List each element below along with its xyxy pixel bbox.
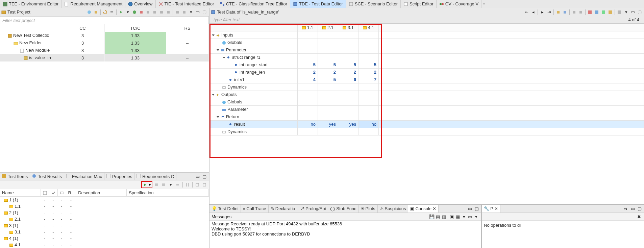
tree-row[interactable]: Dynamics [210, 128, 644, 135]
td-max-icon[interactable]: ▢ [637, 9, 643, 15]
tab-requirement[interactable]: Requirement Management [61, 0, 125, 8]
tab-sce[interactable]: SCE - Scenario Editor [346, 0, 401, 8]
tab-overflow[interactable]: » [481, 0, 487, 8]
td-d-icon[interactable] [578, 9, 584, 15]
tab-req-cov[interactable]: Requirements C [134, 173, 176, 180]
tab-script[interactable]: Script Editor [401, 0, 437, 8]
ib6-icon[interactable] [194, 182, 200, 188]
tree-row[interactable]: is_value_in_ 31.33– [0, 54, 209, 61]
tab-eval-mac[interactable]: Evaluation Mac [64, 173, 104, 180]
run-button-highlighted[interactable]: ▾ [141, 181, 152, 188]
tab-test-def[interactable]: 💡Test Defini [209, 205, 241, 213]
test-item-row[interactable]: 1.1---- [0, 203, 209, 209]
tab-p[interactable]: 🔧P ✕ [482, 205, 500, 213]
tab-console[interactable]: ▣Console ✕ [408, 205, 439, 213]
test-project-filter[interactable] [0, 16, 209, 24]
ops-max-icon[interactable]: ▢ [637, 206, 643, 212]
tab-test-items[interactable]: Test Items [0, 173, 30, 180]
td-h-icon[interactable] [607, 9, 613, 15]
test-item-row[interactable]: 1 (1)---- [0, 197, 209, 203]
ops-x-icon[interactable]: ✖ [636, 214, 642, 220]
tab-tee[interactable]: TEE - Environment Editor [0, 0, 61, 8]
td-f-icon[interactable] [594, 9, 600, 15]
step-icon[interactable] [138, 9, 144, 15]
debug-icon[interactable] [131, 9, 138, 15]
td-g-icon[interactable] [600, 9, 606, 15]
max-icon[interactable]: ▢ [201, 9, 207, 15]
menu-icon[interactable]: ▾ [188, 9, 194, 15]
td-menu-icon[interactable]: ▾ [623, 9, 629, 15]
test-item-row[interactable]: 2.1---- [0, 216, 209, 222]
gen3-icon[interactable] [158, 9, 165, 15]
tree-row[interactable]: Return [210, 113, 644, 121]
tab-plots[interactable]: ✳Plots [359, 205, 378, 213]
nav-last-icon[interactable]: ⇥ [546, 9, 552, 15]
tree-row[interactable]: int range_len2222 [210, 69, 644, 76]
gen4-icon[interactable] [165, 9, 171, 15]
tree-row[interactable]: Outputs [210, 91, 644, 98]
ib1-icon[interactable] [153, 182, 159, 188]
refresh-icon[interactable] [102, 9, 108, 15]
ib2-icon[interactable] [160, 182, 167, 188]
nav-next-icon[interactable]: ▸ [539, 9, 545, 15]
ib5-icon[interactable] [184, 182, 191, 188]
tree-row[interactable]: New Module 31.33– [0, 47, 209, 54]
tree-row[interactable]: int range_start5555 [210, 61, 644, 69]
ch3-icon[interactable]: ▣ [449, 214, 455, 220]
sync-icon[interactable] [109, 9, 115, 15]
tree-row-selected[interactable]: resultnoyesyesno [210, 121, 644, 128]
tab-call-trace[interactable]: ≡Call Trace [241, 205, 269, 213]
ch1-icon[interactable]: ▤ [435, 214, 441, 220]
con-max-icon[interactable]: ▢ [474, 206, 480, 212]
tab-prolog-epi[interactable]: ⎇Prolog/Epi [297, 205, 328, 213]
run-dropdown-icon[interactable]: ▾ [125, 9, 131, 15]
tree-row[interactable]: Inputs [210, 31, 644, 39]
con-min-icon[interactable]: ▭ [467, 206, 473, 212]
gen6-icon[interactable] [181, 9, 187, 15]
gen1-icon[interactable] [145, 9, 151, 15]
tab-cte[interactable]: CTE - Classification Tree Editor [217, 0, 290, 8]
view-max-icon[interactable]: ▢ [201, 173, 207, 179]
gen2-icon[interactable] [152, 9, 158, 15]
view-min-icon[interactable]: ▭ [195, 173, 201, 179]
test-item-row[interactable]: 2 (1)---- [0, 209, 209, 216]
btn-a[interactable] [86, 9, 92, 15]
gen5-icon[interactable] [174, 9, 180, 15]
test-data-filter[interactable] [212, 16, 625, 24]
tab-declaration[interactable]: ✎Declaratio [269, 205, 298, 213]
save-icon[interactable]: 💾 [429, 214, 435, 220]
tree-row[interactable]: int v14567 [210, 76, 644, 83]
td-i-icon[interactable] [616, 9, 622, 15]
close-icon[interactable]: ✕ [494, 206, 498, 211]
td-e-icon[interactable] [587, 9, 593, 15]
ch6-icon[interactable]: ▭ [467, 214, 473, 220]
btn-b[interactable] [93, 9, 99, 15]
nav-first-icon[interactable]: ⇤ [523, 9, 529, 15]
tab-suspicious[interactable]: ⚠Suspicious [378, 205, 408, 213]
ib7-icon[interactable] [201, 182, 207, 188]
tab-test-results[interactable]: Test Results [30, 173, 64, 180]
td-min-icon[interactable]: ▭ [630, 9, 636, 15]
ib3-icon[interactable]: ▾ [168, 182, 174, 188]
nav-prev-icon[interactable]: ◂ [530, 9, 536, 15]
tab-properties[interactable]: Properties [104, 173, 134, 180]
td-c-icon[interactable] [571, 9, 577, 15]
ops-overflow[interactable]: »₂ [624, 206, 627, 211]
tree-row[interactable]: New Test Collectic 31.33– [0, 32, 209, 39]
tree-row[interactable]: Parameter [210, 46, 644, 54]
test-item-row[interactable]: 4.1---- [0, 242, 209, 248]
tree-row[interactable]: Globals [210, 98, 644, 106]
tab-cv[interactable]: CV - Coverage V [437, 0, 481, 8]
ops-min-icon[interactable]: ▭ [630, 206, 636, 212]
ch5-icon[interactable]: ▾ [461, 214, 467, 220]
tree-row[interactable]: New Folder 31.33– [0, 39, 209, 47]
test-item-row[interactable]: 3.1---- [0, 229, 209, 235]
close-icon[interactable]: ✕ [432, 206, 436, 211]
td-a-icon[interactable] [555, 9, 561, 15]
tree-row[interactable]: struct range r1 [210, 54, 644, 61]
ch7-icon[interactable]: ▾ [473, 214, 479, 220]
run-icon[interactable] [118, 9, 124, 15]
test-item-row[interactable]: 4 (1)---- [0, 235, 209, 242]
tab-tde[interactable]: TDE - Test Data Editor [290, 0, 346, 8]
ch2-icon[interactable]: ▥ [441, 214, 447, 220]
